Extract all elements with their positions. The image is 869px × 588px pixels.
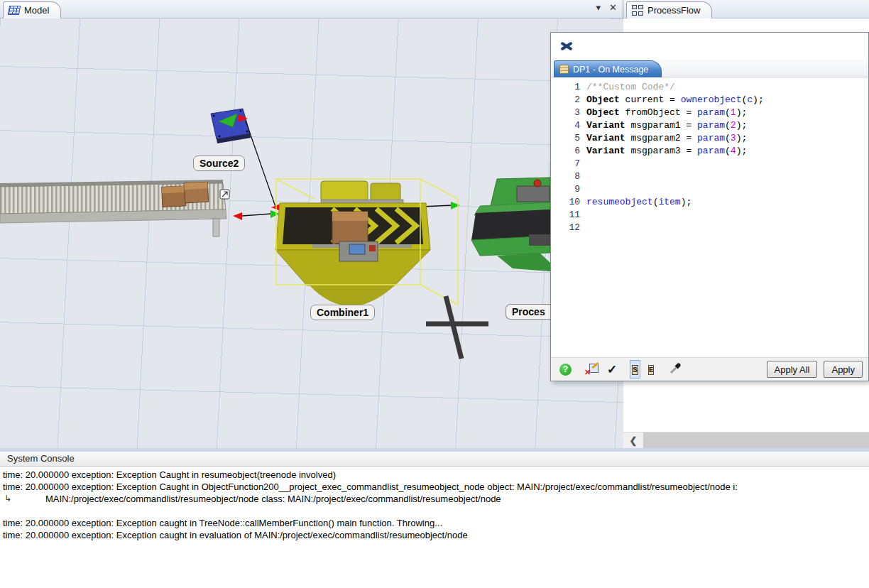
code-line: 1/**Custom Code*/ xyxy=(551,81,868,94)
code-line: 4Variant msgparam1 = param(2); xyxy=(551,119,868,132)
code-editor-tabstrip: DP1 - On Message xyxy=(551,60,868,77)
console-line xyxy=(3,505,869,517)
source-label: Source2 xyxy=(193,156,245,171)
code-editor-text[interactable]: 1/**Custom Code*/2Object current = owner… xyxy=(551,77,868,357)
syntax-check-icon[interactable]: ✓ xyxy=(607,362,617,377)
green-arrow xyxy=(451,202,460,209)
code-editor-footer: ? ✕ ✓ S E Apply All Apply xyxy=(551,357,868,381)
console-line: time: 20.000000 exception: Exception Cau… xyxy=(3,481,869,493)
code-line: 3Object fromObject = param(1); xyxy=(551,107,868,119)
conveyor-object[interactable] xyxy=(0,180,229,236)
tab-dp1-on-message[interactable]: DP1 - On Message xyxy=(554,60,662,77)
code-editor-toolbar xyxy=(551,33,868,60)
processor-label: Proces xyxy=(505,304,551,320)
code-line: 9 xyxy=(551,183,868,196)
code-line: 2Object current = ownerobject(c); xyxy=(551,94,868,107)
template-edit-icon[interactable]: ✕ xyxy=(584,363,599,376)
console-title: System Console xyxy=(0,452,869,467)
tab-model-label: Model xyxy=(24,5,49,16)
code-line: 6Variant msgparam3 = param(4); xyxy=(551,145,868,158)
processflow-tab-bar: ProcessFlow xyxy=(623,0,869,18)
tab-processflow[interactable]: ProcessFlow xyxy=(626,1,712,18)
code-lines: 1/**Custom Code*/2Object current = owner… xyxy=(551,81,868,234)
scrollbar-track[interactable] xyxy=(643,432,869,448)
console-lines: time: 20.000000 exception: Exception Cau… xyxy=(0,467,869,541)
code-line: 8 xyxy=(551,170,868,183)
conveyor-port-icon[interactable] xyxy=(220,190,229,199)
code-tools-icon[interactable] xyxy=(559,40,574,52)
model-grid-icon xyxy=(8,6,21,15)
model-panel: Model ▾ ✕ xyxy=(0,0,623,448)
axis-cross xyxy=(426,296,488,359)
tab-dropdown-icon[interactable]: ▾ xyxy=(596,2,601,13)
tab-processflow-label: ProcessFlow xyxy=(647,5,700,16)
apply-button[interactable]: Apply xyxy=(824,361,863,378)
code-tab-label: DP1 - On Message xyxy=(573,65,648,75)
tab-close-icon[interactable]: ✕ xyxy=(609,2,617,13)
code-line: 7 xyxy=(551,158,868,170)
tab-model[interactable]: Model xyxy=(3,1,61,18)
processflow-hscrollbar: ❮ xyxy=(623,432,869,448)
model-scene xyxy=(0,18,623,448)
expression-mode-toggle[interactable]: E xyxy=(646,360,657,379)
processflow-icon xyxy=(632,5,643,16)
combiner-label: Combiner1 xyxy=(310,305,375,320)
system-console: System Console time: 20.000000 exception… xyxy=(0,452,869,588)
console-line: time: 20.000000 exception: Exception cau… xyxy=(3,529,869,541)
processor-object[interactable] xyxy=(471,178,550,271)
apply-all-button[interactable]: Apply All xyxy=(767,361,818,378)
script-scroll-icon xyxy=(559,65,569,74)
model-tab-bar: Model ▾ ✕ xyxy=(0,0,623,18)
code-editor-popup: DP1 - On Message 1/**Custom Code*/2Objec… xyxy=(550,32,869,381)
flexsim-window: Model ▾ ✕ xyxy=(0,0,869,588)
sampler-eyedropper-icon[interactable] xyxy=(669,361,683,378)
combiner-object[interactable] xyxy=(275,179,458,306)
code-line: 5Variant msgparam2 = param(3); xyxy=(551,132,868,145)
scroll-left-button[interactable]: ❮ xyxy=(623,432,643,448)
script-mode-toggle[interactable]: S xyxy=(630,360,640,379)
help-icon[interactable]: ? xyxy=(559,364,572,376)
source-object[interactable] xyxy=(211,109,251,143)
code-line: 11 xyxy=(551,209,868,222)
console-line: ↳MAIN:/project/exec/commandlist/resumeob… xyxy=(3,493,869,505)
red-arrow xyxy=(233,212,242,220)
code-line: 12 xyxy=(551,222,868,234)
code-line: 10resumeobject(item); xyxy=(551,196,868,209)
console-line: time: 20.000000 exception: Exception cau… xyxy=(3,517,869,529)
model-3d-viewport[interactable]: Source2 Combiner1 Proces xyxy=(0,18,623,448)
console-line: time: 20.000000 exception: Exception Cau… xyxy=(3,469,869,481)
